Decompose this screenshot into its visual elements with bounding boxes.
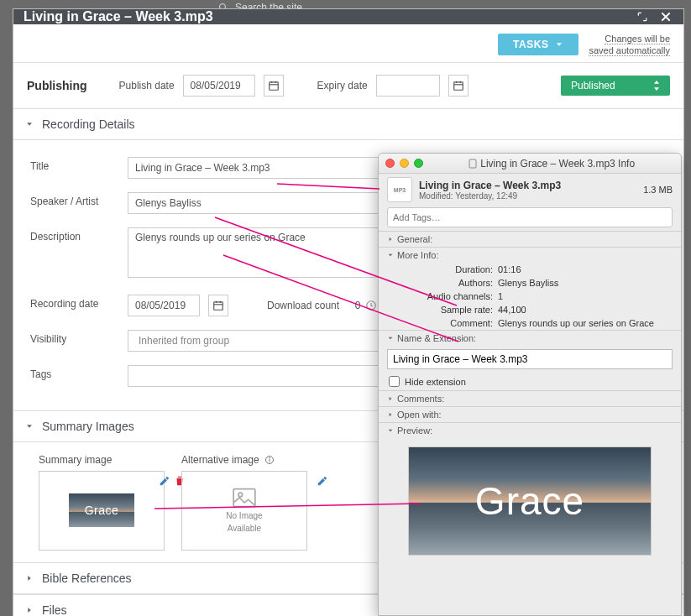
recording-date-picker-icon[interactable] [208, 295, 228, 316]
expiry-date-label: Expiry date [317, 80, 368, 91]
hide-extension-checkbox[interactable] [389, 376, 400, 387]
expiry-date-picker-icon[interactable] [448, 75, 469, 97]
download-count: Download count 0 [267, 300, 377, 311]
autosave-note: Changes will besaved automatically [589, 33, 670, 57]
disc-more-info[interactable]: More Info: [379, 247, 681, 263]
section-recording-details[interactable]: Recording Details [13, 108, 683, 140]
publish-date-label: Publish date [119, 80, 175, 91]
tags-label: Tags [30, 365, 114, 380]
macos-file-modified: Modified: Yesterday, 12:49 [419, 191, 636, 201]
edit-image-icon[interactable] [159, 475, 170, 487]
info-icon[interactable] [264, 455, 275, 465]
recording-date-label: Recording date [30, 295, 114, 310]
description-label: Description [30, 227, 114, 243]
macos-tags-input[interactable] [387, 207, 673, 227]
macos-preview-image: Grace [408, 446, 652, 556]
traffic-close-icon[interactable] [385, 159, 395, 168]
publish-date-picker-icon[interactable] [264, 75, 284, 97]
disc-preview[interactable]: Preview: [379, 422, 681, 438]
kv-comment: Comment:Glenys rounds up our series on G… [379, 316, 681, 330]
macos-info-panel: Living in Grace – Week 3.mp3 Info MP3 Li… [378, 153, 682, 616]
alternative-image-card[interactable]: No ImageAvailable [181, 471, 307, 551]
modal-header: Living in Grace – Week 3.mp3 [13, 9, 683, 24]
publishing-row: Publishing Publish date Expiry date Publ… [13, 63, 683, 108]
visibility-label: Visibility [30, 330, 114, 345]
svg-rect-20 [233, 489, 255, 507]
status-select[interactable]: Published [561, 76, 670, 96]
svg-rect-22 [469, 159, 476, 168]
modal-subheader: TASKS Changes will besaved automatically [13, 24, 683, 63]
svg-rect-12 [214, 302, 223, 310]
summary-image-card[interactable]: Grace [39, 471, 165, 551]
tasks-button[interactable]: TASKS [498, 34, 578, 55]
macos-file-summary: MP3 Living in Grace – Week 3.mp3 Modifie… [379, 174, 681, 204]
hide-extension-row[interactable]: Hide extension [379, 373, 681, 390]
summary-image-thumb: Grace [69, 493, 134, 527]
mp3-file-icon: MP3 [387, 177, 412, 202]
disc-general[interactable]: General: [379, 231, 681, 247]
macos-file-name: Living in Grace – Week 3.mp3 [419, 180, 636, 191]
expand-icon[interactable] [635, 9, 650, 24]
svg-point-21 [238, 493, 243, 497]
summary-image-label: Summary image [39, 454, 165, 466]
macos-titlebar: Living in Grace – Week 3.mp3 Info [379, 154, 681, 174]
kv-channels: Audio channels:1 [379, 290, 681, 303]
chevron-right-icon [25, 603, 34, 616]
svg-rect-8 [453, 82, 463, 90]
chevron-right-icon [25, 572, 34, 585]
traffic-zoom-icon[interactable] [414, 159, 423, 168]
svg-point-19 [269, 457, 270, 458]
recording-date-input[interactable] [128, 295, 200, 316]
edit-image-icon[interactable] [317, 475, 328, 487]
title-label: Title [30, 157, 114, 172]
macos-tags-field[interactable] [387, 207, 673, 227]
chevron-down-icon [25, 117, 34, 131]
disc-open-with[interactable]: Open with: [379, 406, 681, 422]
publishing-label: Publishing [27, 79, 87, 92]
speaker-label: Speaker / Artist [30, 192, 114, 207]
publish-date-input[interactable] [183, 75, 255, 97]
macos-window-title: Living in Grace – Week 3.mp3 Info [428, 158, 674, 170]
chevron-down-icon [25, 420, 34, 433]
close-icon[interactable] [658, 9, 673, 24]
no-image-placeholder: No ImageAvailable [226, 488, 262, 533]
macos-preview: Grace [379, 438, 681, 564]
svg-rect-4 [269, 82, 278, 90]
modal-title: Living in Grace – Week 3.mp3 [24, 9, 626, 24]
disc-comments[interactable]: Comments: [379, 390, 681, 406]
macos-file-size: 1.3 MB [643, 185, 673, 195]
expiry-date-input[interactable] [376, 75, 440, 97]
kv-sample-rate: Sample rate:44,100 [379, 303, 681, 316]
kv-authors: Authors:Glenys Bayliss [379, 276, 681, 290]
macos-name-input[interactable] [387, 349, 673, 369]
alternative-image-label: Alternative image [181, 454, 307, 466]
traffic-minimize-icon[interactable] [400, 159, 409, 168]
kv-duration: Duration:01:16 [379, 263, 681, 276]
disc-name-extension[interactable]: Name & Extension: [379, 330, 681, 346]
